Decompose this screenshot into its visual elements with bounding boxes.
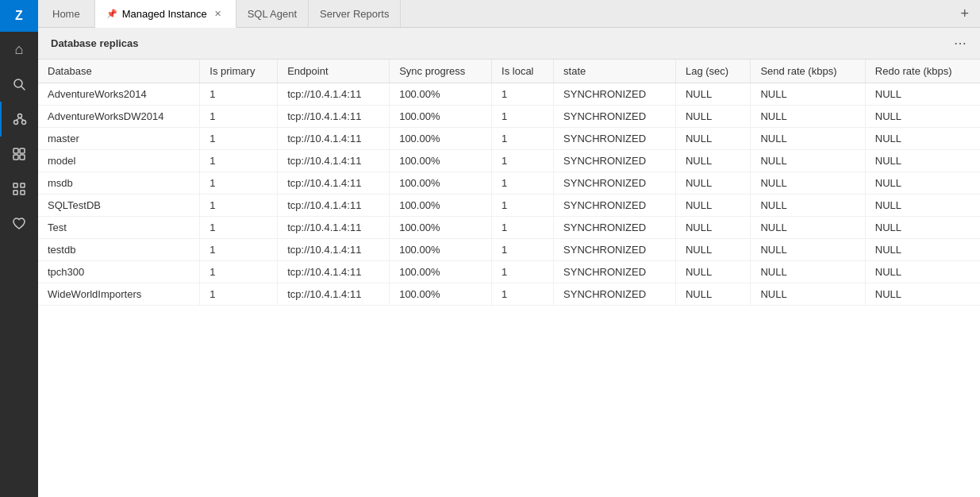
cell-r3-c5: SYNCHRONIZED [554,150,676,172]
cell-r2-c2: tcp://10.4.1.4:11 [278,128,390,150]
cell-r3-c3: 100.00% [390,150,492,172]
cell-r7-c0: testdb [38,239,200,261]
tab-server-reports-label: Server Reports [320,8,389,20]
cell-r6-c4: 1 [492,217,554,239]
cell-r9-c1: 1 [200,283,278,306]
cell-r7-c5: SYNCHRONIZED [554,239,676,261]
cell-r8-c1: 1 [200,261,278,283]
app-logo: Z [0,0,38,32]
database-replicas-table: Database Is primary Endpoint Sync progre… [38,60,980,497]
cell-r4-c4: 1 [492,172,554,195]
sidebar-item-search[interactable] [0,67,38,102]
table-row: msdb1tcp://10.4.1.4:11100.00%1SYNCHRONIZ… [38,172,980,195]
cell-r1-c2: tcp://10.4.1.4:11 [278,106,390,128]
col-state: state [554,60,676,83]
cell-r5-c7: NULL [751,195,865,217]
section-header: Database replicas ⋯ [38,28,980,60]
cell-r9-c4: 1 [492,283,554,306]
table-row: master1tcp://10.4.1.4:11100.00%1SYNCHRON… [38,128,980,150]
cell-r6-c1: 1 [200,217,278,239]
table-row: testdb1tcp://10.4.1.4:11100.00%1SYNCHRON… [38,239,980,261]
cell-r8-c5: SYNCHRONIZED [554,261,676,283]
svg-point-3 [14,121,18,125]
section-title: Database replicas [51,37,139,49]
main-content: Home 📌 Managed Instance ✕ SQL Agent Serv… [38,0,980,497]
table-header-row: Database Is primary Endpoint Sync progre… [38,60,980,83]
cell-r7-c7: NULL [751,239,865,261]
cell-r5-c4: 1 [492,195,554,217]
tab-close-icon[interactable]: ✕ [212,7,225,20]
cell-r2-c8: NULL [865,128,980,150]
svg-rect-10 [20,155,25,160]
sidebar-item-health[interactable] [0,206,38,241]
cell-r1-c6: NULL [675,106,750,128]
cell-r5-c8: NULL [865,195,980,217]
table-row: model1tcp://10.4.1.4:11100.00%1SYNCHRONI… [38,150,980,172]
cell-r0-c5: SYNCHRONIZED [554,83,676,106]
cell-r6-c8: NULL [865,217,980,239]
cell-r1-c4: 1 [492,106,554,128]
cell-r8-c7: NULL [751,261,865,283]
cell-r0-c3: 100.00% [390,83,492,106]
sidebar-item-grid[interactable] [0,171,38,206]
cell-r4-c6: NULL [675,172,750,195]
cell-r3-c2: tcp://10.4.1.4:11 [278,150,390,172]
cell-r0-c7: NULL [751,83,865,106]
cell-r8-c6: NULL [675,261,750,283]
col-is-local: Is local [492,60,554,83]
cell-r3-c7: NULL [751,150,865,172]
svg-point-2 [18,114,22,118]
svg-rect-8 [20,148,25,153]
cell-r3-c4: 1 [492,150,554,172]
cell-r8-c8: NULL [865,261,980,283]
cell-r0-c8: NULL [865,83,980,106]
cell-r4-c5: SYNCHRONIZED [554,172,676,195]
cell-r7-c2: tcp://10.4.1.4:11 [278,239,390,261]
tab-server-reports[interactable]: Server Reports [309,0,401,27]
cell-r4-c3: 100.00% [390,172,492,195]
cell-r9-c3: 100.00% [390,283,492,306]
tab-home[interactable]: Home [38,0,95,27]
svg-rect-13 [13,191,17,195]
cell-r9-c6: NULL [675,283,750,306]
table-row: SQLTestDB1tcp://10.4.1.4:11100.00%1SYNCH… [38,195,980,217]
cell-r5-c1: 1 [200,195,278,217]
add-tab-button[interactable]: + [949,0,980,27]
cell-r9-c5: SYNCHRONIZED [554,283,676,306]
cell-r2-c4: 1 [492,128,554,150]
cell-r7-c8: NULL [865,239,980,261]
cell-r8-c0: tpch300 [38,261,200,283]
cell-r7-c6: NULL [675,239,750,261]
cell-r7-c3: 100.00% [390,239,492,261]
tab-managed-instance[interactable]: 📌 Managed Instance ✕ [95,0,236,28]
tab-home-label: Home [52,8,80,20]
cell-r0-c2: tcp://10.4.1.4:11 [278,83,390,106]
col-endpoint: Endpoint [278,60,390,83]
col-is-primary: Is primary [200,60,278,83]
sidebar-item-home[interactable]: ⌂ [0,32,38,67]
sidebar-item-extensions[interactable] [0,137,38,171]
cell-r8-c4: 1 [492,261,554,283]
table-row: Test1tcp://10.4.1.4:11100.00%1SYNCHRONIZ… [38,217,980,239]
cell-r1-c7: NULL [751,106,865,128]
cell-r2-c5: SYNCHRONIZED [554,128,676,150]
section-menu-button[interactable]: ⋯ [954,36,967,51]
cell-r5-c5: SYNCHRONIZED [554,195,676,217]
cell-r2-c7: NULL [751,128,865,150]
cell-r8-c2: tcp://10.4.1.4:11 [278,261,390,283]
tab-bar: Home 📌 Managed Instance ✕ SQL Agent Serv… [38,0,980,28]
tab-sql-agent[interactable]: SQL Agent [236,0,309,27]
cell-r6-c3: 100.00% [390,217,492,239]
cell-r6-c0: Test [38,217,200,239]
svg-rect-14 [21,191,25,195]
col-lag: Lag (sec) [675,60,750,83]
cell-r6-c7: NULL [751,217,865,239]
cell-r2-c1: 1 [200,128,278,150]
cell-r4-c1: 1 [200,172,278,195]
svg-point-4 [22,121,26,125]
svg-rect-9 [13,155,18,160]
cell-r5-c0: SQLTestDB [38,195,200,217]
sidebar-item-connections[interactable] [0,102,38,137]
cell-r3-c0: model [38,150,200,172]
svg-rect-12 [21,183,25,187]
